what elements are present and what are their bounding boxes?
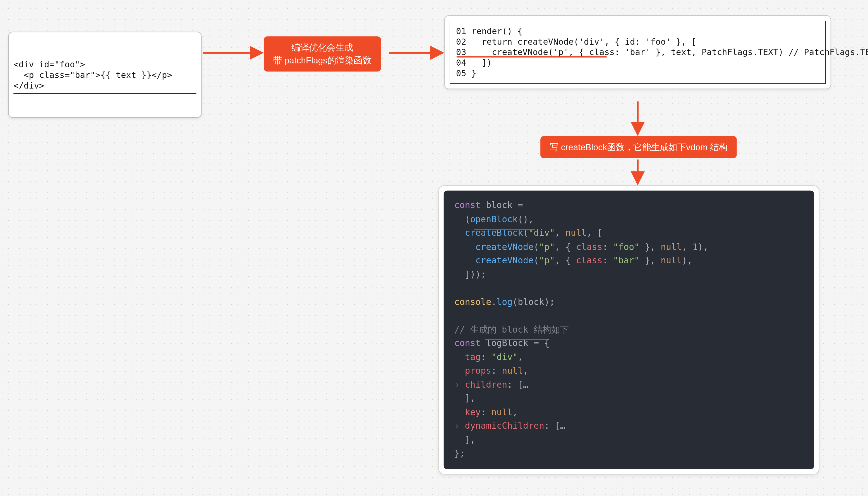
template-source-box: <div id="foo"> <p class="bar">{{ text }}…: [8, 32, 202, 118]
render-output-card: 01 render() { 02 return createVNode('div…: [444, 15, 831, 89]
token-string: "foo": [613, 241, 639, 252]
token-null: null: [565, 228, 587, 238]
underline-annotation: [456, 56, 607, 57]
block-structure-code: const block = (openBlock(), createBlock(…: [444, 190, 814, 469]
token-ellipsis: …: [560, 421, 565, 431]
code-line-underlined: PatchFlags.TEXT 就是补丁标志: [804, 47, 868, 57]
render-output-code: 01 render() { 02 return createVNode('div…: [450, 21, 826, 84]
token-null: null: [661, 241, 682, 252]
block-structure-card: const block = (openBlock(), createBlock(…: [438, 185, 819, 474]
token-number: 1: [692, 241, 698, 252]
token-ident: block: [486, 200, 512, 211]
token-string: "p": [539, 255, 555, 266]
underline-annotation: [474, 229, 535, 230]
token-fn: log: [497, 297, 512, 307]
token-prop: props: [465, 365, 491, 376]
token-prop: key: [465, 407, 481, 417]
token-console: console: [454, 297, 492, 307]
token-null: null: [502, 365, 523, 376]
token-string: "bar": [613, 255, 639, 266]
token-keyword: const: [454, 200, 481, 211]
label-text: 写 createBlock函数，它能生成如下vdom 结构: [550, 142, 728, 152]
token-prop: children: [465, 379, 507, 390]
diagram-canvas: <div id="foo"> <p class="bar">{{ text }}…: [0, 0, 867, 496]
label-line: 带 patchFlags的渲染函数: [273, 54, 371, 67]
code-line: </div>: [13, 81, 44, 91]
token-punc: =: [512, 200, 523, 211]
underline-annotation: [485, 339, 548, 340]
token-null: null: [491, 407, 512, 417]
token-fn: createVNode: [475, 255, 534, 266]
token-comment: // 生成的 block 结构如下: [454, 324, 569, 335]
token-ellipsis: …: [523, 379, 528, 390]
code-line: <div id="foo">: [13, 60, 85, 69]
token-prop: dynamicChildren: [465, 421, 544, 431]
code-line: <p class="bar">{{ text }}</p>: [13, 71, 172, 80]
token-fn: createVNode: [475, 241, 534, 252]
create-block-label: 写 createBlock函数，它能生成如下vdom 结构: [540, 136, 737, 158]
code-line: 02 return createVNode('div', { id: 'foo'…: [456, 37, 697, 46]
token-fn: openBlock: [470, 214, 518, 224]
code-line: 03 createVNode('p', { class: 'bar' }, te…: [456, 47, 804, 57]
token-string: "p": [539, 241, 555, 252]
code-line: 05 }: [456, 69, 477, 78]
code-line: 04 ]): [456, 58, 492, 67]
template-source-code: <div id="foo"> <p class="bar">{{ text }}…: [13, 59, 196, 94]
label-line: 编译优化会生成: [273, 41, 371, 54]
compile-optimize-label: 编译优化会生成 带 patchFlags的渲染函数: [264, 36, 381, 72]
token-prop: class: [576, 255, 602, 266]
token-null: null: [661, 255, 682, 266]
token-keyword: const: [454, 338, 481, 348]
token-string: "div": [491, 352, 518, 362]
token-prop: class: [576, 241, 602, 252]
token-prop: tag: [465, 352, 481, 362]
code-line: 01 render() {: [456, 27, 523, 36]
